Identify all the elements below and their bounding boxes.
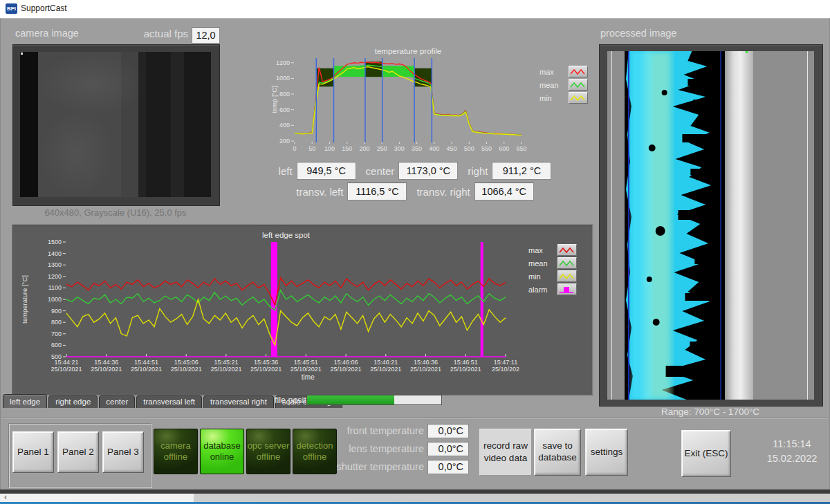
bottom-separator-highlight (1, 418, 827, 419)
camera-image-marker (21, 53, 23, 55)
status-detection[interactable]: detectionoffline (293, 429, 337, 474)
svg-text:15:45:51: 15:45:51 (294, 359, 318, 366)
max-legend-chip-icon (569, 66, 588, 77)
svg-text:25/10/2021: 25/10/2021 (331, 366, 362, 373)
svg-text:200: 200 (359, 145, 369, 152)
tab-center[interactable]: center (99, 395, 135, 408)
svg-text:15:47:11: 15:47:11 (494, 359, 517, 366)
transv-left-temp-label: transv. left (296, 186, 343, 198)
panel-buttons: Panel 1Panel 2Panel 3 (12, 431, 144, 473)
svg-text:25/10/2021: 25/10/2021 (410, 366, 441, 373)
svg-text:1100: 1100 (48, 284, 62, 291)
front-temperature-value: 0,0°C (427, 424, 469, 438)
svg-text:15:46:21: 15:46:21 (374, 359, 398, 366)
svg-text:25/10/2021: 25/10/2021 (450, 366, 481, 373)
status-camera[interactable]: cameraoffline (154, 429, 198, 474)
svg-text:25/10/2021: 25/10/2021 (250, 366, 282, 373)
left-temp-value: 949,5 °C (297, 162, 356, 180)
panel-3-button[interactable]: Panel 3 (102, 431, 144, 473)
clock-time: 11:15:14 (750, 437, 830, 451)
svg-text:25/10/2021: 25/10/2021 (131, 366, 162, 373)
temperature-profile-legend: maxmeanmin (540, 65, 588, 104)
legend-item-min: min (528, 270, 577, 283)
legend-label: mean (540, 81, 563, 89)
svg-text:500: 500 (464, 145, 474, 152)
svg-text:25/10/2021: 25/10/2021 (91, 366, 122, 373)
transv-left-temp-value: 1116,5 °C (347, 183, 407, 200)
svg-text:800: 800 (279, 91, 290, 97)
processed-image (607, 51, 814, 400)
edge-spot-panel: left edge spot50060070080090010001100120… (12, 225, 593, 395)
status-line1: camera (160, 440, 190, 451)
center-temp-label: center (366, 165, 395, 177)
temp-row: front temperature0,0°C (336, 422, 469, 440)
settings-button[interactable]: settings (585, 429, 628, 476)
svg-text:900: 900 (51, 308, 62, 315)
status-line2: offline (303, 451, 326, 463)
status-line1: detection (297, 440, 333, 451)
scroll-left-icon[interactable]: ‹ (0, 494, 11, 502)
svg-text:250: 250 (377, 145, 387, 152)
panel-2-button[interactable]: Panel 2 (57, 431, 99, 473)
status-opc-server[interactable]: opc serveroffline (246, 429, 290, 474)
svg-text:350: 350 (412, 145, 422, 152)
svg-text:1000: 1000 (48, 296, 62, 303)
readout-row-1: left949,5 °C center1173,0 °C right911,2 … (257, 162, 573, 180)
svg-text:15:46:06: 15:46:06 (334, 359, 358, 366)
tab-left-edge[interactable]: left edge (3, 394, 47, 408)
save-to-database-button[interactable]: save to database (534, 429, 581, 476)
tab-transversal-right[interactable]: transversal right (203, 395, 274, 408)
svg-text:25/10/2021: 25/10/2021 (50, 366, 82, 373)
tab-right-edge[interactable]: right edge (48, 395, 98, 408)
min-legend-chip-icon (557, 270, 577, 282)
temperature-profile-chart: temperature profile200400600800100012000… (270, 47, 533, 160)
mean-legend-chip-icon (557, 257, 577, 269)
legend-label: max (540, 68, 563, 76)
status-line1: database (203, 440, 241, 451)
legend-label: alarm (528, 286, 552, 294)
svg-text:0: 0 (293, 145, 296, 152)
svg-text:300: 300 (394, 145, 405, 152)
status-database[interactable]: databaseonline (200, 429, 244, 474)
status-line2: offline (257, 451, 280, 463)
svg-text:550: 550 (481, 145, 492, 152)
svg-text:1200: 1200 (48, 273, 62, 280)
max-legend-chip-icon (557, 244, 577, 256)
processed-image-thermal-band (625, 51, 725, 400)
camera-image (20, 52, 211, 197)
horizontal-scrollbar-thumb[interactable] (194, 494, 830, 502)
svg-text:600: 600 (279, 106, 290, 113)
temp-row: lens temperature0,0°C (336, 440, 469, 458)
actual-fps-value: 12,0 (192, 27, 220, 44)
svg-text:200: 200 (279, 138, 290, 144)
save-to-database-label-1: save to (542, 440, 573, 451)
legend-item-max: max (540, 65, 588, 78)
actual-fps-label: actual fps (124, 28, 188, 39)
clock-date: 15.02.2022 (750, 451, 830, 466)
record-raw-video-button[interactable]: record raw video data (479, 429, 532, 476)
svg-text:25/10/2021: 25/10/2021 (171, 366, 202, 373)
min-legend-chip-icon (569, 92, 588, 104)
processed-image-right-line (807, 51, 808, 400)
device-temperatures: front temperature0,0°Clens temperature0,… (336, 422, 469, 476)
svg-text:150: 150 (342, 145, 352, 152)
legend-label: min (528, 272, 552, 281)
legend-label: max (528, 246, 552, 254)
processed-image-frame (599, 44, 823, 407)
panel-1-button[interactable]: Panel 1 (12, 431, 54, 473)
processed-image-range-caption: Range: 700°C - 1700°C (599, 407, 822, 417)
window-title: SupportCast (21, 3, 67, 13)
tab-transversal-left[interactable]: transversal left (136, 395, 202, 408)
status-line2: offline (164, 451, 187, 463)
svg-text:1200: 1200 (276, 59, 290, 66)
exit-button[interactable]: Exit (ESC) (681, 430, 731, 477)
svg-text:15:45:06: 15:45:06 (174, 359, 199, 366)
file-position-progressbar (306, 395, 442, 405)
camera-image-label: camera image (15, 28, 79, 39)
mean-legend-chip-icon (569, 79, 588, 91)
legend-item-mean: mean (528, 256, 577, 270)
svg-text:15:45:21: 15:45:21 (214, 359, 238, 366)
shutter-temperature-label: shutter temperature (336, 461, 424, 472)
svg-text:15:44:21: 15:44:21 (54, 359, 78, 366)
edge-spot-legend: maxmeanminalarm (528, 243, 577, 296)
